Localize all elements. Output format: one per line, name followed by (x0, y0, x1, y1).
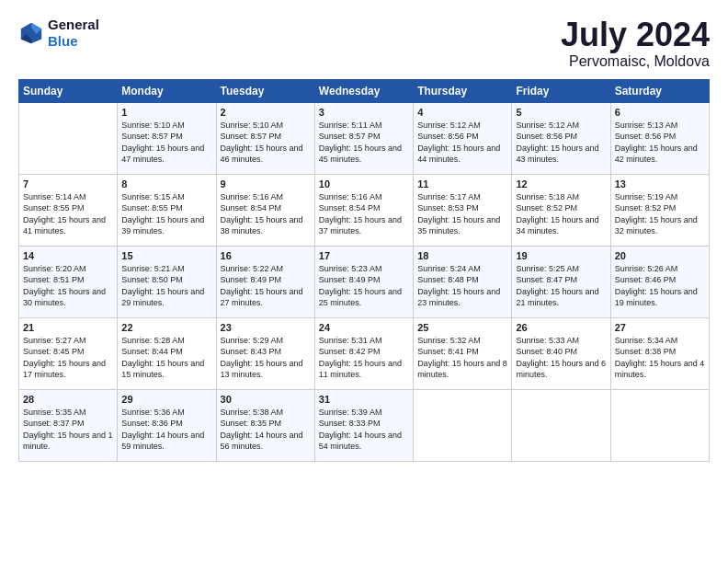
col-header-saturday: Saturday (610, 79, 709, 102)
day-cell: 19Sunrise: 5:25 AMSunset: 8:47 PMDayligh… (512, 246, 610, 317)
day-number: 5 (516, 107, 606, 118)
day-number: 18 (417, 250, 507, 261)
day-cell: 31Sunrise: 5:39 AMSunset: 8:33 PMDayligh… (314, 389, 413, 461)
day-info: Sunrise: 5:12 AMSunset: 8:56 PMDaylight:… (417, 121, 500, 165)
day-cell: 26Sunrise: 5:33 AMSunset: 8:40 PMDayligh… (512, 317, 610, 389)
day-info: Sunrise: 5:23 AMSunset: 8:49 PMDaylight:… (319, 264, 402, 308)
day-info: Sunrise: 5:20 AMSunset: 8:51 PMDaylight:… (23, 264, 106, 308)
day-info: Sunrise: 5:10 AMSunset: 8:57 PMDaylight:… (121, 121, 204, 165)
day-cell: 10Sunrise: 5:16 AMSunset: 8:54 PMDayligh… (314, 174, 413, 246)
week-row-1: 1Sunrise: 5:10 AMSunset: 8:57 PMDaylight… (19, 102, 710, 174)
day-info: Sunrise: 5:32 AMSunset: 8:41 PMDaylight:… (417, 336, 507, 380)
day-info: Sunrise: 5:16 AMSunset: 8:54 PMDaylight:… (319, 192, 402, 236)
day-info: Sunrise: 5:39 AMSunset: 8:33 PMDaylight:… (319, 408, 402, 452)
day-info: Sunrise: 5:15 AMSunset: 8:55 PMDaylight:… (121, 192, 204, 236)
day-number: 12 (516, 178, 606, 190)
day-info: Sunrise: 5:28 AMSunset: 8:44 PMDaylight:… (121, 336, 204, 380)
day-cell: 13Sunrise: 5:19 AMSunset: 8:52 PMDayligh… (610, 174, 709, 246)
day-number: 6 (615, 107, 705, 118)
day-number: 24 (319, 322, 409, 333)
day-number: 30 (221, 394, 311, 405)
day-number: 28 (23, 394, 113, 405)
title-block: July 2024 Pervomaisc, Moldova (561, 17, 710, 70)
day-number: 15 (121, 250, 211, 261)
day-cell (414, 389, 512, 461)
day-info: Sunrise: 5:27 AMSunset: 8:45 PMDaylight:… (23, 336, 106, 380)
day-cell: 24Sunrise: 5:31 AMSunset: 8:42 PMDayligh… (314, 317, 413, 389)
day-cell: 30Sunrise: 5:38 AMSunset: 8:35 PMDayligh… (216, 389, 314, 461)
day-info: Sunrise: 5:34 AMSunset: 8:38 PMDaylight:… (615, 336, 705, 380)
day-number: 23 (221, 322, 311, 333)
header: General Blue July 2024 Pervomaisc, Moldo… (18, 17, 710, 70)
day-cell: 23Sunrise: 5:29 AMSunset: 8:43 PMDayligh… (216, 317, 314, 389)
day-info: Sunrise: 5:10 AMSunset: 8:57 PMDaylight:… (221, 121, 303, 165)
day-info: Sunrise: 5:24 AMSunset: 8:48 PMDaylight:… (417, 264, 500, 308)
day-info: Sunrise: 5:12 AMSunset: 8:56 PMDaylight:… (516, 121, 598, 165)
day-cell: 9Sunrise: 5:16 AMSunset: 8:54 PMDaylight… (216, 174, 314, 246)
day-cell: 18Sunrise: 5:24 AMSunset: 8:48 PMDayligh… (414, 246, 512, 317)
week-row-2: 7Sunrise: 5:14 AMSunset: 8:55 PMDaylight… (19, 174, 710, 246)
col-header-monday: Monday (118, 79, 216, 102)
day-info: Sunrise: 5:36 AMSunset: 8:36 PMDaylight:… (121, 408, 204, 452)
day-info: Sunrise: 5:14 AMSunset: 8:55 PMDaylight:… (23, 192, 106, 236)
logo-general: General (48, 17, 99, 33)
day-number: 20 (615, 250, 705, 261)
day-cell: 21Sunrise: 5:27 AMSunset: 8:45 PMDayligh… (19, 317, 118, 389)
logo-blue: Blue (48, 33, 99, 50)
day-number: 8 (121, 178, 211, 190)
col-header-wednesday: Wednesday (314, 79, 413, 102)
day-cell: 7Sunrise: 5:14 AMSunset: 8:55 PMDaylight… (19, 174, 118, 246)
day-number: 27 (615, 322, 705, 333)
day-info: Sunrise: 5:22 AMSunset: 8:49 PMDaylight:… (221, 264, 303, 308)
main-title: July 2024 (561, 17, 710, 53)
day-info: Sunrise: 5:13 AMSunset: 8:56 PMDaylight:… (615, 121, 698, 165)
day-number: 21 (23, 322, 113, 333)
header-row: SundayMondayTuesdayWednesdayThursdayFrid… (19, 79, 710, 102)
day-cell: 27Sunrise: 5:34 AMSunset: 8:38 PMDayligh… (610, 317, 709, 389)
day-info: Sunrise: 5:16 AMSunset: 8:54 PMDaylight:… (221, 192, 303, 236)
day-number: 13 (615, 178, 705, 190)
day-info: Sunrise: 5:38 AMSunset: 8:35 PMDaylight:… (221, 408, 303, 452)
day-number: 19 (516, 250, 606, 261)
day-info: Sunrise: 5:31 AMSunset: 8:42 PMDaylight:… (319, 336, 402, 380)
day-number: 1 (121, 107, 211, 118)
day-info: Sunrise: 5:29 AMSunset: 8:43 PMDaylight:… (221, 336, 303, 380)
day-info: Sunrise: 5:17 AMSunset: 8:53 PMDaylight:… (417, 192, 500, 236)
day-cell: 20Sunrise: 5:26 AMSunset: 8:46 PMDayligh… (610, 246, 709, 317)
day-info: Sunrise: 5:18 AMSunset: 8:52 PMDaylight:… (516, 192, 598, 236)
day-cell: 28Sunrise: 5:35 AMSunset: 8:37 PMDayligh… (19, 389, 118, 461)
day-number: 22 (121, 322, 211, 333)
day-info: Sunrise: 5:25 AMSunset: 8:47 PMDaylight:… (516, 264, 598, 308)
day-cell (19, 102, 118, 174)
subtitle: Pervomaisc, Moldova (561, 53, 710, 70)
day-number: 11 (417, 178, 507, 190)
day-number: 17 (319, 250, 409, 261)
day-cell: 29Sunrise: 5:36 AMSunset: 8:36 PMDayligh… (118, 389, 216, 461)
logo: General Blue (18, 17, 99, 50)
day-cell (512, 389, 610, 461)
day-cell: 11Sunrise: 5:17 AMSunset: 8:53 PMDayligh… (414, 174, 512, 246)
day-info: Sunrise: 5:21 AMSunset: 8:50 PMDaylight:… (121, 264, 204, 308)
day-cell: 8Sunrise: 5:15 AMSunset: 8:55 PMDaylight… (118, 174, 216, 246)
day-cell: 4Sunrise: 5:12 AMSunset: 8:56 PMDaylight… (414, 102, 512, 174)
day-cell: 15Sunrise: 5:21 AMSunset: 8:50 PMDayligh… (118, 246, 216, 317)
week-row-3: 14Sunrise: 5:20 AMSunset: 8:51 PMDayligh… (19, 246, 710, 317)
day-cell: 3Sunrise: 5:11 AMSunset: 8:57 PMDaylight… (314, 102, 413, 174)
calendar-table: SundayMondayTuesdayWednesdayThursdayFrid… (18, 79, 710, 462)
day-number: 10 (319, 178, 409, 190)
day-cell: 17Sunrise: 5:23 AMSunset: 8:49 PMDayligh… (314, 246, 413, 317)
day-cell: 14Sunrise: 5:20 AMSunset: 8:51 PMDayligh… (19, 246, 118, 317)
day-cell: 1Sunrise: 5:10 AMSunset: 8:57 PMDaylight… (118, 102, 216, 174)
day-cell (610, 389, 709, 461)
day-info: Sunrise: 5:11 AMSunset: 8:57 PMDaylight:… (319, 121, 402, 165)
col-header-tuesday: Tuesday (216, 79, 314, 102)
col-header-thursday: Thursday (414, 79, 512, 102)
day-number: 14 (23, 250, 113, 261)
day-number: 4 (417, 107, 507, 118)
day-cell: 22Sunrise: 5:28 AMSunset: 8:44 PMDayligh… (118, 317, 216, 389)
col-header-sunday: Sunday (19, 79, 118, 102)
day-cell: 2Sunrise: 5:10 AMSunset: 8:57 PMDaylight… (216, 102, 314, 174)
day-info: Sunrise: 5:33 AMSunset: 8:40 PMDaylight:… (516, 336, 606, 380)
day-number: 2 (221, 107, 311, 118)
day-cell: 25Sunrise: 5:32 AMSunset: 8:41 PMDayligh… (414, 317, 512, 389)
